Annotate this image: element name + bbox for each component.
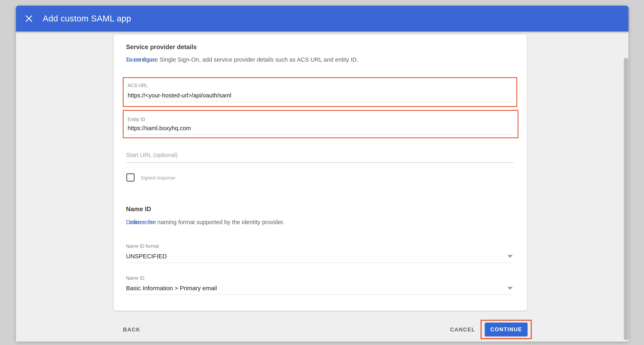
dialog-title: Add custom SAML app [43,14,131,23]
start-url-input[interactable] [126,152,514,163]
signed-response-label: Signed response [140,175,176,181]
acs-url-input[interactable] [128,92,514,102]
continue-button[interactable]: CONTINUE [485,323,528,336]
cancel-button[interactable]: CANCEL [450,327,475,333]
name-id-label: Name ID [126,276,144,281]
acs-url-label: ACS URL [128,83,148,88]
entity-id-label: Entity ID [128,117,145,122]
learn-more-link-sp[interactable]: Learn more [126,56,156,63]
vertical-scrollbar-thumb[interactable] [624,58,628,340]
add-custom-saml-app-dialog: Add custom SAML app Service provider det… [16,6,628,342]
close-button[interactable] [22,12,36,25]
name-id-format-underline [126,263,514,263]
back-button[interactable]: BACK [123,327,140,333]
service-provider-card: Service provider details To configure Si… [114,34,527,311]
continue-annotation-box: CONTINUE [480,320,532,339]
close-icon [25,15,32,22]
learn-more-link-nid[interactable]: Learn more [126,219,156,226]
entity-id-input[interactable] [128,125,514,135]
name-id-format-dropdown-arrow-icon[interactable] [508,255,513,258]
service-provider-heading: Service provider details [126,43,197,51]
name-id-format-select[interactable]: UNSPECIFIED [126,253,167,260]
name-id-select[interactable]: Basic Information > Primary email [126,285,217,292]
acs-url-annotation-box: ACS URL [123,77,517,107]
name-id-heading: Name ID [126,206,151,213]
name-id-underline [126,295,514,295]
name-id-dropdown-arrow-icon[interactable] [508,287,513,290]
dialog-header-bar: Add custom SAML app [16,6,628,31]
signed-response-checkbox[interactable] [126,173,135,182]
entity-id-annotation-box: Entity ID [123,110,518,138]
service-provider-description-text: To configure Single Sign-On, add service… [126,56,358,63]
name-id-format-label: Name ID format [126,244,159,249]
